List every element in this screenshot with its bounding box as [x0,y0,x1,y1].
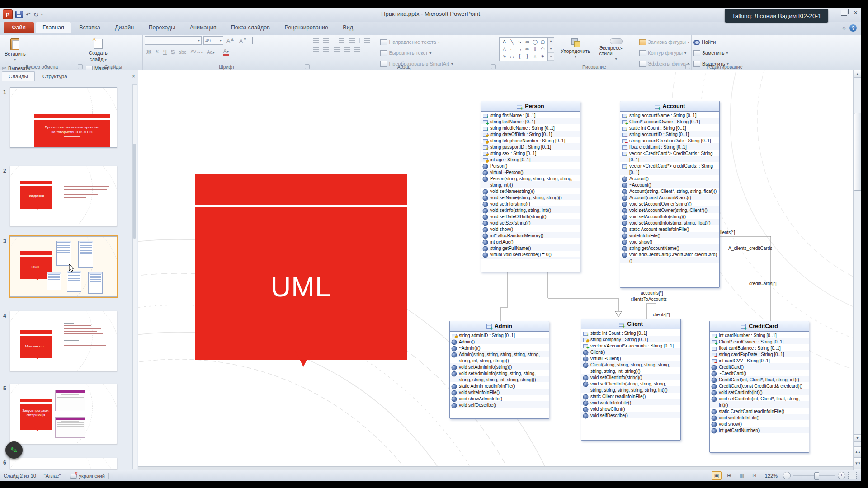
tab-view[interactable]: Вид [336,22,359,33]
justify-icon[interactable] [344,47,350,52]
view-reading-button[interactable]: ▥ [737,471,747,480]
uml-class-creditcard[interactable]: CreditCard int cardNumber : String [0..1… [709,321,809,453]
slide-thumbnail-3-selected[interactable]: UML [10,236,117,297]
close-icon[interactable]: × [854,9,858,16]
pin-ribbon-icon[interactable]: ◇ [842,25,846,30]
tab-transitions[interactable]: Переходы [142,22,182,33]
shapes-gallery[interactable]: A╲↘▭◯▢△⌐¬⇨⇩◠∿◡{}☆✶ [499,37,548,61]
paste-button[interactable]: Вставить▾ [2,36,28,63]
scroll-up-icon[interactable]: ▲ [854,70,861,78]
shape-icon[interactable]: ✶ [541,54,544,59]
tab-design[interactable]: Дизайн [108,22,140,33]
shape-fill-button[interactable]: Заливка фигуры▾ [639,38,689,46]
slide-thumbnail-5[interactable]: Запуск програми, авторизація [10,384,117,444]
view-sorter-button[interactable]: ⊞ [724,471,734,480]
shape-icon[interactable]: ▭ [525,39,529,44]
zoom-slider-thumb[interactable] [814,472,819,480]
align-center-icon[interactable] [323,47,329,52]
shape-icon[interactable]: ⇩ [533,47,537,52]
view-slideshow-button[interactable]: ⊡ [750,471,760,480]
uml-class-admin[interactable]: Admin string adminID : String [0..1]Admi… [449,321,549,419]
uml-class-person[interactable]: Person string firstName : [0..1]string l… [481,101,580,272]
uml-class-client[interactable]: Client static int Count : String [0..1]s… [581,319,681,441]
text-direction-button[interactable]: Направление текста▾ [380,38,453,46]
tab-insert[interactable]: Вставка [73,22,106,33]
shape-icon[interactable]: ↘ [518,39,521,44]
zoom-in-button[interactable]: + [838,472,845,479]
shape-icon[interactable]: ¬ [519,47,521,52]
shrink-font-button[interactable]: A▼ [238,37,249,44]
font-name-combo[interactable]: ▾ [145,36,202,45]
zoom-slider[interactable] [793,475,835,476]
tab-animations[interactable]: Анимация [184,22,223,33]
tab-file[interactable]: Файл [4,22,34,33]
font-dialog-launcher[interactable] [305,64,310,69]
new-slide-button[interactable]: Создать слайд ▾ [86,36,110,63]
shape-icon[interactable]: A [503,39,506,44]
drawing-dialog-launcher[interactable] [685,64,690,69]
bullets-icon[interactable] [313,38,319,43]
char-spacing-button[interactable]: AV↔▾ [191,49,203,54]
shape-icon[interactable]: ⇨ [525,47,529,52]
scrollbar-thumb[interactable] [854,113,861,191]
grow-font-button[interactable]: A▲ [225,37,236,44]
tab-slideshow[interactable]: Показ слайдов [225,22,276,33]
quick-styles-button[interactable]: Экспресс-стили▾ [596,37,636,62]
panel-tab-slides[interactable]: Слайды [2,71,35,81]
shape-outline-button[interactable]: Контур фигуры▾ [639,49,689,57]
change-case-button[interactable]: Aa▾ [207,49,214,55]
shape-icon[interactable]: ◠ [541,47,545,52]
clipboard-dialog-launcher[interactable] [78,64,83,69]
columns-icon[interactable] [354,47,360,52]
panel-close-icon[interactable]: × [132,73,135,80]
scroll-down-icon[interactable]: ▼ [854,434,861,442]
find-button[interactable]: Найти [693,38,729,46]
main-scrollbar[interactable]: ▲ ▼ ▲▲ ▼▼ [853,70,861,470]
slide-thumbnail-6[interactable] [10,458,117,469]
shape-icon[interactable]: ∿ [502,54,506,59]
view-normal-button[interactable]: ▣ [712,471,722,480]
shape-icon[interactable]: ⌐ [511,47,514,52]
increase-indent-icon[interactable] [349,38,355,43]
paragraph-dialog-launcher[interactable] [491,64,496,69]
bold-button[interactable]: Ж [146,49,151,55]
shape-icon[interactable]: ╲ [510,39,513,44]
font-size-combo[interactable]: 49▾ [203,36,223,45]
red-banner-shape[interactable] [195,174,407,205]
shape-icon[interactable]: ☆ [533,54,537,59]
decrease-indent-icon[interactable] [339,38,344,43]
shape-icon[interactable]: ◡ [510,54,514,59]
font-color-button[interactable]: А▾ [223,48,229,56]
slide-thumbnail-4[interactable]: Можливості... [10,311,117,371]
align-right-icon[interactable] [334,47,340,52]
restore-icon[interactable] [841,10,847,16]
shape-icon[interactable]: ▢ [541,39,545,44]
slide-thumbnail-1[interactable]: Проектно-технологічна практика на товари… [10,87,117,148]
arrange-button[interactable]: Упорядочить▾ [558,37,593,62]
previous-slide-button[interactable]: ▲▲ [854,446,861,458]
slide-thumbnail-2[interactable]: Завдання [10,166,117,226]
shape-icon[interactable]: { [519,54,520,59]
shape-icon[interactable]: △ [503,47,506,52]
shape-icon[interactable]: } [527,54,528,59]
align-text-button[interactable]: Выровнять текст▾ [380,49,453,57]
slide-canvas[interactable]: UML clients[*] A_clients_creditCards cre… [138,70,861,470]
numbering-icon[interactable] [323,38,329,43]
align-left-icon[interactable] [313,47,319,52]
help-icon[interactable]: ? [849,24,857,32]
uml-callout-shape[interactable]: UML [195,207,407,360]
spellcheck-icon[interactable]: ✗ [71,473,77,479]
language-label[interactable]: украинский [79,473,105,479]
underline-button[interactable]: Ч [163,49,167,55]
strikethrough-button[interactable]: abc [179,49,187,55]
line-spacing-icon[interactable] [364,38,370,43]
clear-format-button[interactable] [250,38,254,44]
tab-review[interactable]: Рецензирование [278,22,335,33]
tab-home[interactable]: Главная [36,22,71,33]
panel-scrollbar[interactable] [132,84,137,469]
shape-icon[interactable]: ◯ [533,39,538,44]
shadow-button[interactable]: S [171,49,175,55]
panel-tab-outline[interactable]: Структура [36,72,74,81]
italic-button[interactable]: К [156,48,159,55]
annotation-pen-button[interactable]: ✎ [5,441,23,459]
